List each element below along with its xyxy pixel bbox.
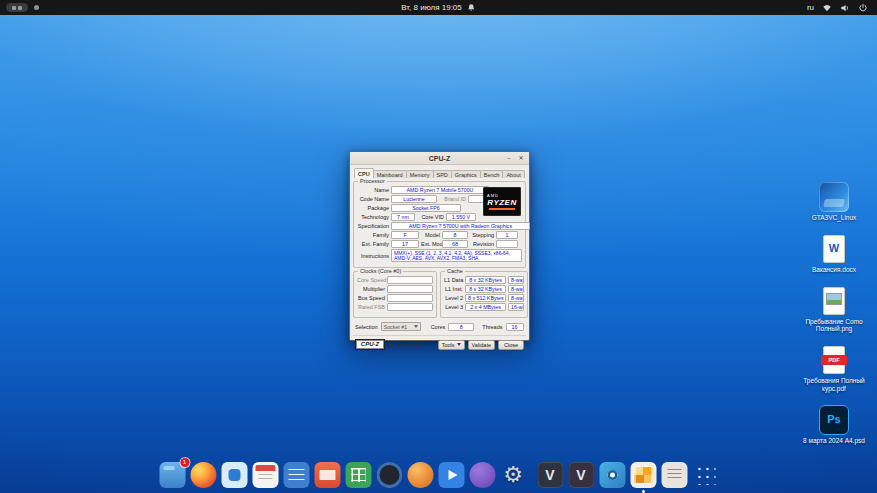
amd-ryzen-logo: AMD RYZEN (483, 187, 521, 216)
dock-software-store-icon[interactable] (221, 462, 247, 488)
word-document-icon: W (819, 234, 849, 264)
clock-text: Вт, 8 июля 19:05 (401, 3, 462, 12)
code-name-label: Code Name (357, 196, 389, 202)
level2-size: 8 x 512 KBytes (465, 294, 506, 302)
gta3vc-app-icon (819, 182, 849, 212)
desktop-screen: Вт, 8 июля 19:05 ru GTA3VC_Linux W Вакан… (0, 0, 877, 493)
clock-area[interactable]: Вт, 8 июля 19:05 (401, 3, 476, 12)
cores-value: 8 (448, 323, 474, 331)
multiplier-value (387, 285, 433, 293)
tab-strip: CPU Mainboard Memory SPD Graphics Bench … (354, 168, 526, 178)
l1-inst-size: 8 x 32 KBytes (465, 285, 506, 293)
dock-photos-icon[interactable] (407, 462, 433, 488)
technology-value: 7 nm (391, 213, 415, 221)
desktop-icon-psd[interactable]: Ps 8 марта 2024 А4.psd (796, 405, 872, 445)
tab-mainboard[interactable]: Mainboard (373, 170, 407, 178)
cpu-name-value: AMD Ryzen 7 Mobile 5700U (391, 186, 489, 194)
dock-mail-icon[interactable] (314, 462, 340, 488)
ext-family-value: 17 (391, 240, 419, 248)
tab-graphics[interactable]: Graphics (451, 170, 481, 178)
package-label: Package (357, 205, 389, 211)
dock-settings-gear-icon[interactable] (500, 462, 526, 488)
desktop-icon-label: Требования Полный курс.pdf (797, 377, 871, 393)
ext-family-label: Ext. Family (357, 241, 389, 247)
rated-fsb-label: Rated FSB (357, 304, 385, 310)
dock-screenshot-tool-icon[interactable] (599, 462, 625, 488)
dock-text-editor-icon[interactable] (283, 462, 309, 488)
core-vid-value: 1.550 V (446, 213, 476, 221)
dock-video-player-icon[interactable] (438, 462, 464, 488)
clocks-section: Clocks (Core #0) Core Speed Multiplier B… (353, 271, 437, 318)
photoshop-file-icon: Ps (819, 405, 849, 435)
core-speed-value (387, 276, 433, 284)
close-button[interactable]: Close (498, 340, 524, 350)
keyboard-layout[interactable]: ru (807, 3, 814, 12)
image-file-icon (819, 286, 849, 316)
dock-messenger-icon[interactable] (469, 462, 495, 488)
validate-button[interactable]: Validate (468, 340, 495, 350)
processor-section-label: Processor (358, 179, 387, 184)
cores-label: Cores (431, 324, 446, 330)
cache-section: Cache L1 Data 8 x 32 KBytes 8-way L1 Ins… (440, 271, 528, 318)
specification-label: Specification (357, 223, 389, 229)
tab-bench[interactable]: Bench (480, 170, 504, 178)
l1-inst-ways: 8-way (508, 285, 524, 293)
instructions-label: Instructions (357, 253, 389, 259)
dock-archive-manager-icon[interactable] (661, 462, 687, 488)
dock-files-icon[interactable]: 1 (159, 462, 185, 488)
cpu-z-window: CPU-Z CPU Mainboard Memory SPD Graphics … (349, 151, 530, 341)
dock-cpu-z-icon[interactable] (630, 462, 656, 488)
tools-button[interactable]: Tools (438, 340, 465, 350)
chevron-down-icon (457, 343, 461, 346)
version-text: Ver. 2.15.0.x64 (388, 342, 421, 348)
volume-icon[interactable] (840, 3, 850, 13)
threads-label: Threads (482, 324, 502, 330)
name-label: Name (357, 187, 389, 193)
desktop-icon-trebovaniya-pdf[interactable]: PDF Требования Полный курс.pdf (796, 345, 872, 393)
tab-spd[interactable]: SPD (433, 170, 452, 178)
dock-calendar-icon[interactable] (252, 462, 278, 488)
desktop-icon-gta3vc-linux[interactable]: GTA3VC_Linux (796, 182, 872, 222)
dock-music-player-icon[interactable] (376, 462, 402, 488)
window-list-indicator[interactable] (6, 3, 28, 12)
core-vid-label: Core VID (417, 214, 444, 220)
dock-game-v2-icon[interactable] (568, 462, 594, 488)
tab-about[interactable]: About (502, 170, 524, 178)
processor-section: Processor AMD RYZEN Name AMD Ryzen 7 Mob… (353, 181, 526, 268)
window-titlebar[interactable]: CPU-Z (350, 152, 529, 165)
code-name-value: Lucienne (391, 195, 437, 203)
window-title: CPU-Z (429, 155, 450, 162)
selection-dropdown[interactable]: Socket #1 (381, 322, 421, 331)
close-window-button[interactable] (516, 154, 526, 163)
level2-label: Level 2 (444, 295, 463, 301)
family-value: F (391, 231, 419, 239)
desktop-icon-como-image[interactable]: Пребывание Como Полный.png (796, 286, 872, 334)
specification-value: AMD Ryzen 7 5700U with Radeon Graphics (391, 222, 530, 230)
tab-memory[interactable]: Memory (406, 170, 434, 178)
level3-ways: 16-way (508, 303, 524, 311)
level3-label: Level 3 (444, 304, 463, 310)
power-icon[interactable] (858, 3, 868, 13)
instructions-value: MMX(+), SSE (1, 2, 3, 4.1, 4.2, 4A), SSS… (391, 249, 522, 262)
workspace-dot (34, 5, 39, 10)
clocks-section-label: Clocks (Core #0) (358, 269, 403, 274)
dock-spreadsheet-icon[interactable] (345, 462, 371, 488)
l1-inst-label: L1 Inst. (444, 286, 463, 292)
rated-fsb-value (387, 303, 433, 311)
network-icon[interactable] (822, 3, 832, 13)
dock: 1 (159, 462, 718, 488)
level3-size: 2 x 4 MBytes (465, 303, 506, 311)
minimize-button[interactable] (504, 154, 514, 163)
family-label: Family (357, 232, 389, 238)
bus-speed-label: Bus Speed (357, 295, 385, 301)
desktop-icon-label: GTA3VC_Linux (812, 214, 857, 222)
dock-game-v1-icon[interactable] (537, 462, 563, 488)
dock-firefox-icon[interactable] (190, 462, 216, 488)
l1-data-size: 8 x 32 KBytes (465, 276, 506, 284)
dock-app-grid-icon[interactable] (692, 462, 718, 488)
system-tray: ru (807, 3, 877, 13)
tab-cpu[interactable]: CPU (354, 168, 374, 178)
brand-id-label: Brand ID (439, 196, 466, 202)
desktop-icon-vakansiya-docx[interactable]: W Вакансия.docx (796, 234, 872, 274)
window-footer: CPU-Z Ver. 2.15.0.x64 Tools Validate Clo… (353, 335, 526, 351)
